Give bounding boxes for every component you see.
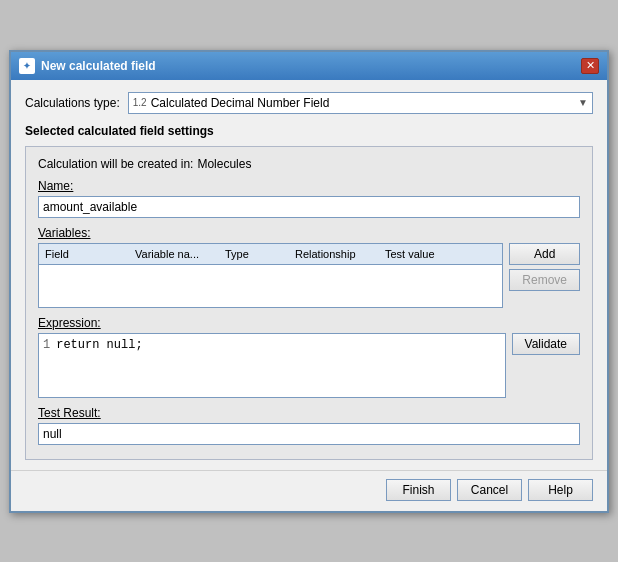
table-header: Field Variable na... Type Relationship T… bbox=[39, 244, 502, 265]
validate-button[interactable]: Validate bbox=[512, 333, 580, 355]
variables-table: Field Variable na... Type Relationship T… bbox=[38, 243, 503, 308]
variables-section: Variables: Field Variable na... Type Rel… bbox=[38, 226, 580, 308]
dialog-title: New calculated field bbox=[41, 59, 156, 73]
dialog-icon: ✦ bbox=[19, 58, 35, 74]
expression-section: Expression: 1 return null; Validate bbox=[38, 316, 580, 398]
title-bar-left: ✦ New calculated field bbox=[19, 58, 156, 74]
test-result-input bbox=[38, 423, 580, 445]
dropdown-arrow-icon: ▼ bbox=[578, 97, 588, 108]
variables-buttons: Add Remove bbox=[509, 243, 580, 308]
finish-button[interactable]: Finish bbox=[386, 479, 451, 501]
expression-textarea[interactable]: 1 return null; bbox=[38, 333, 506, 398]
section-title: Selected calculated field settings bbox=[25, 124, 593, 138]
col-relationship-header: Relationship bbox=[289, 246, 379, 262]
calc-type-icon: 1.2 bbox=[133, 97, 147, 108]
calc-type-value: Calculated Decimal Number Field bbox=[151, 96, 330, 110]
col-type-header: Type bbox=[219, 246, 289, 262]
calc-type-select-text: 1.2 Calculated Decimal Number Field bbox=[133, 96, 330, 110]
created-in-label: Calculation will be created in: bbox=[38, 157, 193, 171]
close-button[interactable]: ✕ bbox=[581, 58, 599, 74]
expression-content[interactable]: return null; bbox=[56, 338, 500, 393]
col-varname-header: Variable na... bbox=[129, 246, 219, 262]
calc-type-row: Calculations type: 1.2 Calculated Decima… bbox=[25, 92, 593, 114]
add-button[interactable]: Add bbox=[509, 243, 580, 265]
name-input[interactable] bbox=[38, 196, 580, 218]
test-result-section: Test Result: bbox=[38, 406, 580, 445]
test-result-label: Test Result: bbox=[38, 406, 580, 420]
created-in-value: Molecules bbox=[197, 157, 251, 171]
variables-container: Field Variable na... Type Relationship T… bbox=[38, 243, 580, 308]
cancel-button[interactable]: Cancel bbox=[457, 479, 522, 501]
created-in-row: Calculation will be created in: Molecule… bbox=[38, 157, 580, 171]
dialog-body: Calculations type: 1.2 Calculated Decima… bbox=[11, 80, 607, 470]
dialog-footer: Finish Cancel Help bbox=[11, 470, 607, 511]
variables-label: Variables: bbox=[38, 226, 580, 240]
expression-buttons: Validate bbox=[512, 333, 580, 355]
calc-type-dropdown[interactable]: 1.2 Calculated Decimal Number Field ▼ bbox=[128, 92, 593, 114]
expression-label: Expression: bbox=[38, 316, 580, 330]
title-bar: ✦ New calculated field ✕ bbox=[11, 52, 607, 80]
help-button[interactable]: Help bbox=[528, 479, 593, 501]
remove-button[interactable]: Remove bbox=[509, 269, 580, 291]
settings-panel: Calculation will be created in: Molecule… bbox=[25, 146, 593, 460]
new-calculated-field-dialog: ✦ New calculated field ✕ Calculations ty… bbox=[9, 50, 609, 513]
name-label: Name: bbox=[38, 179, 580, 193]
calc-type-label: Calculations type: bbox=[25, 96, 120, 110]
col-field-header: Field bbox=[39, 246, 129, 262]
expression-row: 1 return null; Validate bbox=[38, 333, 580, 398]
col-testval-header: Test value bbox=[379, 246, 459, 262]
table-body bbox=[39, 265, 502, 305]
line-numbers: 1 bbox=[43, 338, 50, 393]
